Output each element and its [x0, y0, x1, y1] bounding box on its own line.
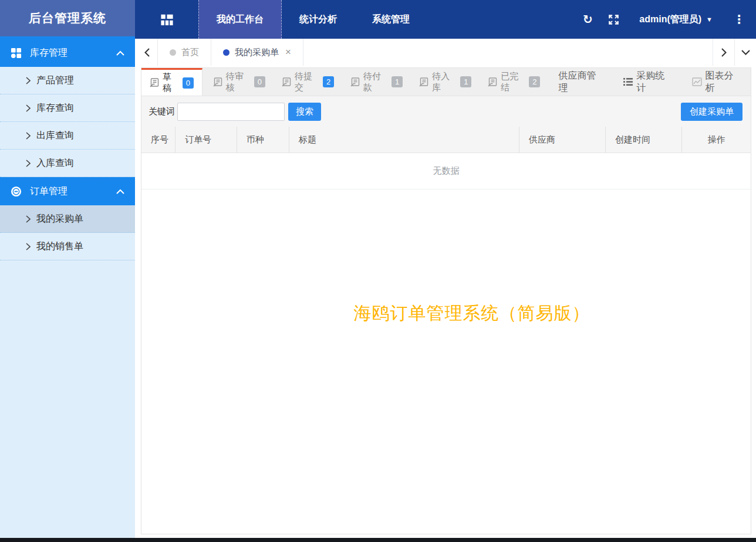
nav-tab-label: 系统管理 — [372, 13, 410, 26]
search-button[interactable]: 搜索 — [288, 103, 321, 121]
chevron-down-icon — [741, 50, 750, 55]
column-header-actions: 操作 — [682, 127, 751, 153]
refresh-button[interactable]: ↻ — [575, 0, 600, 39]
sidebar-section-label: 订单管理 — [30, 185, 68, 198]
link-tab-label: 图表分析 — [706, 70, 741, 94]
status-tabs-strip: 草稿 0 待审核 0 — [141, 68, 751, 96]
sidebar-item-stock-query[interactable]: 库存查询 — [0, 94, 135, 122]
kebab-menu-icon: ⋮ — [733, 12, 745, 26]
keyword-input[interactable] — [177, 103, 285, 121]
sale-badge-icon — [11, 186, 22, 197]
user-label: admin(管理员) — [639, 13, 701, 26]
tab-dot-icon — [223, 49, 230, 56]
modules-icon — [11, 48, 22, 59]
sidebar-item-label: 入库查询 — [36, 157, 74, 170]
tabs-spacer — [303, 39, 713, 66]
status-tab-label: 待付款 — [363, 71, 387, 93]
fullscreen-button[interactable] — [600, 0, 626, 39]
body-row: 库存管理 产品管理 库存查询 出库查 — [0, 39, 756, 538]
more-menu-button[interactable]: ⋮ — [725, 0, 752, 39]
top-nav-tabs: 我的工作台 统计分析 系统管理 ↻ — [135, 0, 756, 39]
link-tab-label: 供应商管理 — [558, 70, 603, 94]
search-row: 关键词 搜索 创建采购单 — [141, 96, 751, 127]
status-tab-draft[interactable]: 草稿 0 — [141, 68, 203, 96]
count-badge: 1 — [460, 76, 471, 87]
page-tab-my-purchase-orders[interactable]: 我的采购单 × — [211, 39, 303, 66]
dashboard-grid-button[interactable] — [135, 0, 198, 39]
user-menu[interactable]: admin(管理员) ▼ — [626, 0, 725, 39]
status-tab-pending-payment[interactable]: 待付款 1 — [342, 68, 411, 96]
tabs-scroll-left-button[interactable] — [136, 39, 158, 66]
content-panel: 草稿 0 待审核 0 — [141, 67, 751, 534]
sidebar-item-product-management[interactable]: 产品管理 — [0, 67, 135, 94]
sidebar-section-inventory[interactable]: 库存管理 — [0, 39, 135, 67]
document-icon — [488, 77, 498, 87]
main-area: 首页 我的采购单 × — [135, 39, 756, 538]
nav-tab-workbench[interactable]: 我的工作台 — [198, 0, 282, 39]
sidebar-item-label: 出库查询 — [36, 130, 74, 142]
tabs-menu-button[interactable] — [734, 39, 756, 66]
page-tab-label: 首页 — [181, 47, 199, 58]
sidebar-item-label: 产品管理 — [36, 74, 74, 87]
chevron-up-icon — [116, 50, 124, 56]
chart-icon — [692, 77, 702, 86]
link-tab-label: 采购统计 — [636, 70, 671, 94]
status-tab-label: 草稿 — [163, 72, 178, 94]
chevron-right-icon — [26, 104, 31, 112]
column-header-order-no: 订单号 — [176, 127, 237, 153]
column-header-created-time: 创建时间 — [606, 127, 682, 153]
status-tab-pending-inbound[interactable]: 待入库 1 — [411, 68, 480, 96]
chevron-up-icon — [116, 189, 124, 194]
count-badge: 2 — [529, 76, 540, 87]
nav-tab-system[interactable]: 系统管理 — [355, 0, 427, 39]
sidebar-item-label: 我的销售单 — [36, 240, 83, 253]
chevron-right-icon — [26, 132, 31, 140]
chevron-right-icon — [26, 77, 31, 84]
list-icon — [623, 78, 633, 86]
table-header: 序号 订单号 币种 标题 供应商 创建时间 操作 — [141, 127, 751, 153]
sidebar-item-label: 我的采购单 — [36, 213, 83, 225]
nav-tab-label: 我的工作台 — [217, 13, 264, 26]
app-title: 后台管理系统 — [0, 0, 135, 39]
tabs-scroll-right-button[interactable] — [713, 39, 734, 66]
column-header-supplier: 供应商 — [519, 127, 606, 153]
column-header-currency: 币种 — [237, 127, 289, 153]
link-purchase-statistics[interactable]: 采购统计 — [613, 68, 681, 96]
dashboard-grid-icon — [160, 13, 174, 26]
close-tab-icon[interactable]: × — [285, 46, 291, 58]
nav-tab-label: 统计分析 — [299, 13, 337, 26]
fullscreen-icon — [608, 14, 619, 25]
status-tab-label: 待入库 — [432, 71, 456, 93]
link-chart-analysis[interactable]: 图表分析 — [682, 68, 751, 96]
watermark-text: 海鸥订单管理系统（简易版） — [354, 302, 590, 326]
status-tab-completed[interactable]: 已完结 2 — [480, 68, 548, 96]
chevron-right-icon — [721, 48, 727, 57]
chevron-left-icon — [144, 48, 150, 57]
tab-dot-icon — [170, 49, 176, 56]
status-tab-label: 已完结 — [501, 71, 525, 93]
window-bottom-edge — [0, 538, 756, 542]
sidebar-item-inbound-query[interactable]: 入库查询 — [0, 150, 135, 177]
count-badge: 0 — [183, 77, 194, 89]
status-tab-label: 待提交 — [295, 71, 319, 93]
document-icon — [150, 78, 160, 87]
sidebar-item-my-sales-orders[interactable]: 我的销售单 — [0, 233, 135, 260]
chevron-right-icon — [26, 215, 31, 223]
nav-tab-statistics[interactable]: 统计分析 — [282, 0, 355, 39]
keyword-label: 关键词 — [148, 106, 175, 117]
status-tab-pending-review[interactable]: 待审核 0 — [205, 68, 274, 96]
document-icon — [350, 77, 360, 87]
status-tab-pending-submit[interactable]: 待提交 2 — [274, 68, 342, 96]
status-tab-label: 待审核 — [226, 71, 250, 93]
link-supplier-management[interactable]: 供应商管理 — [548, 68, 613, 96]
sidebar-section-label: 库存管理 — [30, 47, 68, 59]
page-tab-home[interactable]: 首页 — [158, 39, 211, 66]
nav-spacer — [427, 0, 575, 39]
sidebar-section-orders[interactable]: 订单管理 — [0, 177, 135, 205]
page-tab-label: 我的采购单 — [235, 47, 279, 58]
sidebar-item-outbound-query[interactable]: 出库查询 — [0, 122, 135, 150]
sidebar-item-label: 库存查询 — [36, 102, 74, 114]
create-purchase-order-button[interactable]: 创建采购单 — [681, 103, 743, 121]
chevron-right-icon — [26, 160, 31, 167]
sidebar-item-my-purchase-orders[interactable]: 我的采购单 — [0, 205, 135, 233]
